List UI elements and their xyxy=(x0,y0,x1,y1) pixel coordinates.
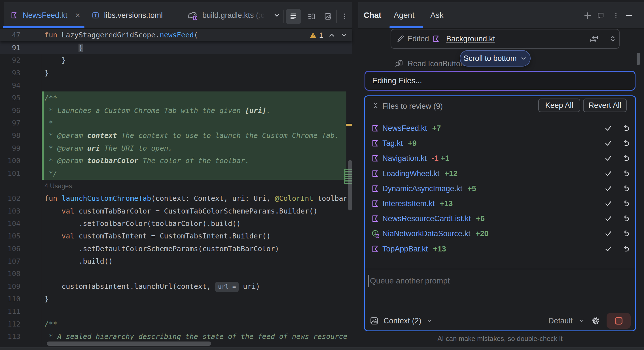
scroll-to-bottom-button[interactable]: Scroll to bottom xyxy=(460,50,531,67)
code-line: 4 Usages xyxy=(0,180,352,192)
prompt-divider xyxy=(365,269,635,269)
file-link[interactable]: NewsFeed.kt xyxy=(382,121,427,136)
expand-collapse-icon[interactable] xyxy=(609,35,617,43)
prompt-input[interactable]: Queue another prompt xyxy=(370,276,450,285)
kotlin-file-icon xyxy=(371,199,380,208)
file-link[interactable]: LoadingWheel.kt xyxy=(382,166,439,181)
file-link[interactable]: Tag.kt xyxy=(382,136,403,151)
toolbar-separator xyxy=(336,10,337,23)
editor-horizontal-scrollbar[interactable] xyxy=(47,342,211,346)
pencil-icon xyxy=(396,35,405,43)
warning-stripe-mark[interactable] xyxy=(346,124,352,126)
file-link[interactable]: TopAppBar.kt xyxy=(382,242,428,257)
line-number: 99 xyxy=(0,142,20,155)
chat-history-icon[interactable] xyxy=(596,11,605,20)
code-line: 98 * @param context The context to use t… xyxy=(0,129,352,142)
keep-file-button[interactable] xyxy=(604,245,613,253)
new-chat-icon[interactable] xyxy=(583,11,592,20)
keep-file-button[interactable] xyxy=(604,214,613,223)
line-number: 107 xyxy=(0,255,20,268)
close-icon[interactable]: × xyxy=(75,10,80,20)
warning-badge[interactable]: 1 xyxy=(309,31,323,39)
keep-file-button[interactable] xyxy=(604,139,613,148)
revert-file-button[interactable] xyxy=(622,124,630,133)
keep-file-button[interactable] xyxy=(604,124,613,133)
view-mode-split-icon[interactable] xyxy=(304,9,319,24)
revert-file-button[interactable] xyxy=(622,184,630,193)
code-line: 113 * A sealed hierarchy describing the … xyxy=(0,330,352,343)
chevron-down-icon[interactable] xyxy=(273,11,281,19)
warning-icon xyxy=(309,31,317,39)
tab-build-gradle[interactable]: build.gradle.kts (:c xyxy=(187,2,281,28)
code-editor[interactable]: 91 }92 }93}9495/**96 * Launches a Custom… xyxy=(0,29,352,350)
edited-file-link[interactable]: Background.kt xyxy=(446,29,495,48)
agent-status-box: Editing Files... xyxy=(365,71,635,91)
tab-libs-versions[interactable]: libs.versions.toml xyxy=(92,2,163,28)
file-review-row[interactable]: Tag.kt+9 xyxy=(365,136,635,151)
model-selector[interactable]: Default xyxy=(548,317,573,325)
context-button[interactable]: Context (2) xyxy=(384,317,421,325)
revert-file-button[interactable] xyxy=(622,169,630,178)
revert-file-button[interactable] xyxy=(622,245,630,253)
attach-image-icon[interactable] xyxy=(369,316,379,326)
file-review-row[interactable]: NiaNetworkDataSource.kt+20 xyxy=(365,226,635,241)
file-link[interactable]: InterestsItem.kt xyxy=(382,196,435,211)
file-review-row[interactable]: DynamicAsyncImage.kt+5 xyxy=(365,181,635,196)
revert-file-button[interactable] xyxy=(622,199,630,208)
revert-file-button[interactable] xyxy=(622,214,630,223)
diff-icon[interactable] xyxy=(590,35,599,44)
chat-scrollbar[interactable] xyxy=(637,53,640,65)
agent-status-text: Editing Files... xyxy=(372,76,422,85)
keep-all-button[interactable]: Keep All xyxy=(538,99,580,112)
ai-disclaimer: AI can make mistakes, so double-check it xyxy=(364,335,636,343)
tab-chat[interactable]: Chat xyxy=(364,2,381,28)
revert-file-button[interactable] xyxy=(622,229,630,238)
tab-agent[interactable]: Agent xyxy=(394,2,414,28)
editor-chat-splitter[interactable] xyxy=(352,2,358,350)
view-mode-preview-icon[interactable] xyxy=(320,9,336,24)
chat-more-menu-icon[interactable] xyxy=(612,11,620,20)
next-issue-icon[interactable] xyxy=(340,31,348,39)
keep-file-button[interactable] xyxy=(604,229,613,238)
file-link[interactable]: NewsResourceCardList.kt xyxy=(382,211,471,226)
sticky-function-header[interactable]: 47 fun LazyStaggeredGridScope.newsFeed( … xyxy=(0,29,352,41)
code-line: 109 customTabsIntent.launchUrl(context, … xyxy=(0,280,352,293)
settings-gear-icon[interactable] xyxy=(591,316,601,326)
edited-file-card[interactable]: Edited Background.kt xyxy=(391,29,620,49)
keep-file-button[interactable] xyxy=(604,199,613,208)
file-review-row[interactable]: InterestsItem.kt+13 xyxy=(365,196,635,211)
collapse-icon[interactable] xyxy=(371,101,380,110)
code-line: 99 * @param uri The URI to open. xyxy=(0,142,352,155)
keep-file-button[interactable] xyxy=(604,184,613,193)
diff-stats: +20 xyxy=(476,226,489,241)
keep-file-button[interactable] xyxy=(604,169,613,178)
active-tab-underline xyxy=(3,26,84,28)
view-mode-text-icon[interactable] xyxy=(286,9,301,24)
line-number: 100 xyxy=(0,154,20,167)
file-review-row[interactable]: NewsResourceCardList.kt+6 xyxy=(365,211,635,226)
line-number: 94 xyxy=(0,79,20,92)
revert-file-button[interactable] xyxy=(622,139,630,148)
code-line: 112/** xyxy=(0,318,352,330)
kotlin-file-icon xyxy=(432,35,440,43)
file-review-row[interactable]: TopAppBar.kt+13 xyxy=(365,242,635,257)
file-link[interactable]: NiaNetworkDataSource.kt xyxy=(382,226,471,241)
hide-panel-icon[interactable] xyxy=(624,11,634,20)
file-review-row[interactable]: LoadingWheel.kt+12 xyxy=(365,166,635,181)
file-link[interactable]: DynamicAsyncImage.kt xyxy=(382,181,462,196)
file-review-row[interactable]: NewsFeed.kt+7 xyxy=(365,121,635,136)
tab-newsfeed[interactable]: NewsFeed.kt × xyxy=(10,2,80,28)
editor-more-menu-icon[interactable] xyxy=(339,9,350,24)
stop-button[interactable] xyxy=(607,313,631,329)
revert-all-button[interactable]: Revert All xyxy=(583,99,627,112)
previous-issue-icon[interactable] xyxy=(328,31,336,39)
line-number: 95 xyxy=(0,91,20,104)
file-link[interactable]: Navigation.kt xyxy=(382,151,427,166)
keep-file-button[interactable] xyxy=(604,154,613,163)
editor-vertical-scrollbar[interactable] xyxy=(348,160,352,210)
tab-ask[interactable]: Ask xyxy=(430,2,444,28)
code-line: 103 val customTabBarColor = CustomTabCol… xyxy=(0,205,352,217)
file-review-row[interactable]: Navigation.kt-1 +1 xyxy=(365,151,635,166)
revert-file-button[interactable] xyxy=(622,154,630,163)
line-number: 109 xyxy=(0,280,20,293)
